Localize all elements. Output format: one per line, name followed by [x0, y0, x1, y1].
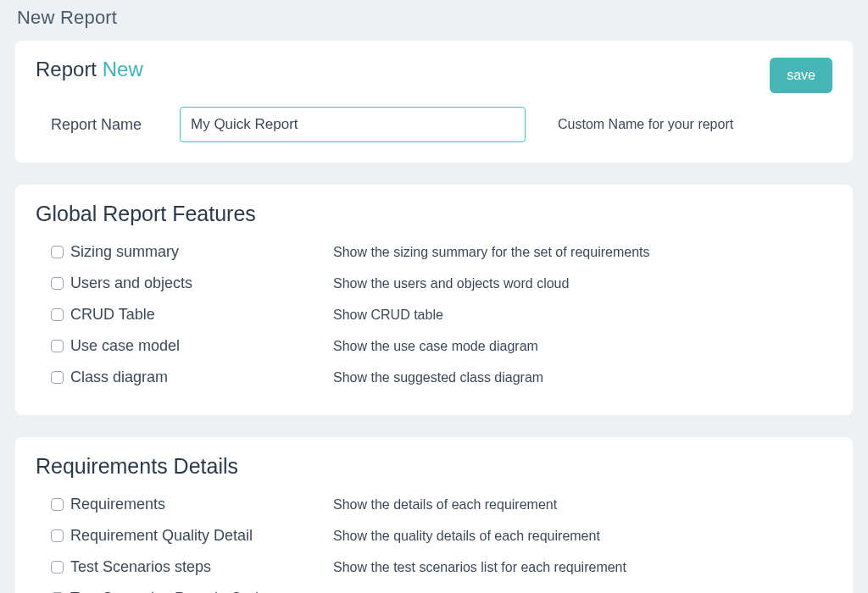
- feature-desc: Show the details of each requirement: [333, 497, 557, 513]
- report-heading: Report New: [36, 58, 143, 81]
- checkbox-class-diagram[interactable]: [51, 371, 64, 384]
- feature-row-req-quality-detail: Requirement Quality Detail Show the qual…: [36, 522, 832, 553]
- feature-desc: Show the suggested class diagram: [333, 370, 543, 385]
- feature-label: Users and objects: [70, 274, 333, 292]
- page-title: New Report: [15, 0, 853, 41]
- feature-row-class-diagram: Class diagram Show the suggested class d…: [36, 363, 832, 395]
- feature-row-sizing-summary: Sizing summary Show the sizing summary f…: [36, 238, 832, 269]
- requirements-details-title: Requirements Details: [36, 454, 832, 479]
- feature-row-use-case-model: Use case model Show the use case mode di…: [36, 332, 832, 363]
- feature-label: Sizing summary: [70, 243, 333, 261]
- feature-desc: Show the test scenarios list for each re…: [333, 560, 626, 575]
- checkbox-use-case-model[interactable]: [51, 340, 64, 352]
- report-header: Report New save: [36, 58, 832, 93]
- checkbox-crud-table[interactable]: [51, 308, 64, 321]
- feature-row-requirements: Requirements Show the details of each re…: [36, 490, 832, 522]
- checkbox-sizing-summary[interactable]: [51, 246, 64, 258]
- report-heading-suffix: New: [103, 58, 143, 80]
- requirements-details-card: Requirements Details Requirements Show t…: [15, 437, 853, 593]
- report-name-hint: Custom Name for your report: [558, 117, 733, 132]
- feature-row-users-objects: Users and objects Show the users and obj…: [36, 269, 832, 301]
- feature-row-test-scenarios-steps: Test Scenarios steps Show the test scena…: [36, 553, 832, 585]
- global-features-title: Global Report Features: [36, 202, 832, 226]
- feature-row-crud-table: CRUD Table Show CRUD table: [36, 301, 832, 332]
- report-name-row: Report Name Custom Name for your report: [36, 107, 832, 142]
- feature-desc: Show the quality details of each require…: [333, 529, 600, 544]
- checkbox-req-quality-detail[interactable]: [51, 529, 64, 542]
- feature-label: Class diagram: [70, 369, 333, 386]
- feature-label: Test Scenarios steps: [70, 558, 333, 576]
- feature-desc: Show the sizing summary for the set of r…: [333, 245, 650, 260]
- feature-label: Requirement Quality Detail: [70, 527, 333, 545]
- feature-row-test-scenarios-pseudo: Test Scenarios Pseudo Code Show the test…: [36, 585, 832, 593]
- feature-desc: Show the use case mode diagram: [333, 339, 538, 354]
- feature-desc: Show CRUD table: [333, 308, 443, 323]
- global-features-card: Global Report Features Sizing summary Sh…: [15, 185, 853, 415]
- report-name-input[interactable]: [180, 107, 526, 142]
- checkbox-users-objects[interactable]: [51, 277, 64, 290]
- feature-label: CRUD Table: [70, 306, 333, 324]
- feature-desc: Show the users and objects word cloud: [333, 276, 569, 291]
- report-name-label: Report Name: [36, 116, 154, 134]
- report-heading-prefix: Report: [36, 58, 97, 80]
- checkbox-test-scenarios-steps[interactable]: [51, 561, 64, 574]
- feature-label: Test Scenarios Pseudo Code: [70, 590, 333, 593]
- checkbox-requirements[interactable]: [51, 498, 64, 511]
- save-button[interactable]: save: [770, 58, 832, 93]
- feature-label: Use case model: [70, 337, 333, 355]
- report-setup-card: Report New save Report Name Custom Name …: [15, 41, 853, 163]
- feature-label: Requirements: [70, 496, 333, 513]
